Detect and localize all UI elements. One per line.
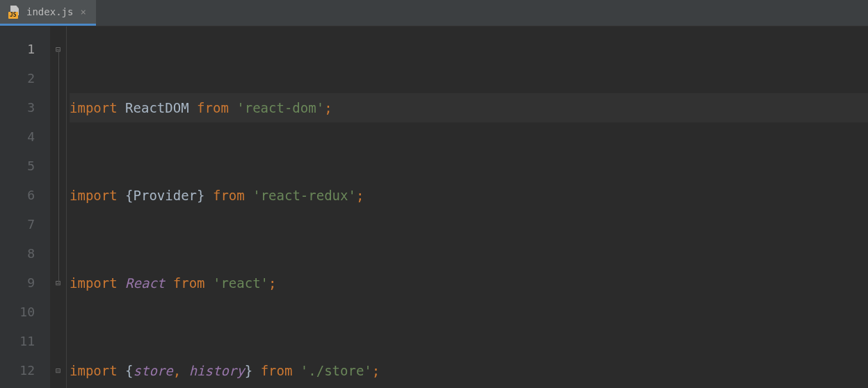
line-number[interactable]: 1 bbox=[0, 35, 50, 64]
code-line: import {store, history} from './store'; bbox=[70, 356, 868, 385]
tab-bar: JS index.js × bbox=[0, 0, 868, 26]
line-number[interactable]: 9 bbox=[0, 268, 50, 298]
line-number[interactable]: 12 bbox=[0, 356, 50, 385]
js-file-icon: JS bbox=[8, 6, 21, 18]
line-number[interactable]: 4 bbox=[0, 122, 50, 152]
code-line: import React from 'react'; bbox=[70, 268, 868, 298]
tab-label: index.js bbox=[26, 6, 73, 17]
line-number[interactable]: 5 bbox=[0, 152, 50, 181]
code-area[interactable]: import ReactDOM from 'react-dom'; import… bbox=[67, 26, 868, 388]
tab-index-js[interactable]: JS index.js × bbox=[0, 0, 96, 26]
line-number[interactable]: 7 bbox=[0, 210, 50, 239]
line-number[interactable]: 2 bbox=[0, 64, 50, 93]
fold-gutter: ⊟ ⊟ ⊟ bbox=[50, 26, 67, 388]
line-number[interactable]: 10 bbox=[0, 298, 50, 327]
close-icon[interactable]: × bbox=[79, 6, 87, 17]
code-line: import {Provider} from 'react-redux'; bbox=[70, 181, 868, 210]
line-number[interactable]: 6 bbox=[0, 181, 50, 210]
fold-down-icon[interactable]: ⊟ bbox=[50, 356, 66, 385]
line-number[interactable]: 3 bbox=[0, 93, 50, 122]
line-number[interactable]: 11 bbox=[0, 327, 50, 356]
file-icon-badge: JS bbox=[8, 12, 18, 19]
fold-up-icon[interactable]: ⊟ bbox=[50, 268, 66, 298]
line-number-gutter[interactable]: 1 2 3 4 5 6 7 8 9 10 11 12 bbox=[0, 26, 50, 388]
fold-down-icon[interactable]: ⊟ bbox=[50, 35, 66, 64]
line-number[interactable]: 8 bbox=[0, 239, 50, 268]
code-line: import ReactDOM from 'react-dom'; bbox=[70, 93, 868, 122]
editor: 1 2 3 4 5 6 7 8 9 10 11 12 ⊟ ⊟ ⊟ import … bbox=[0, 26, 868, 388]
